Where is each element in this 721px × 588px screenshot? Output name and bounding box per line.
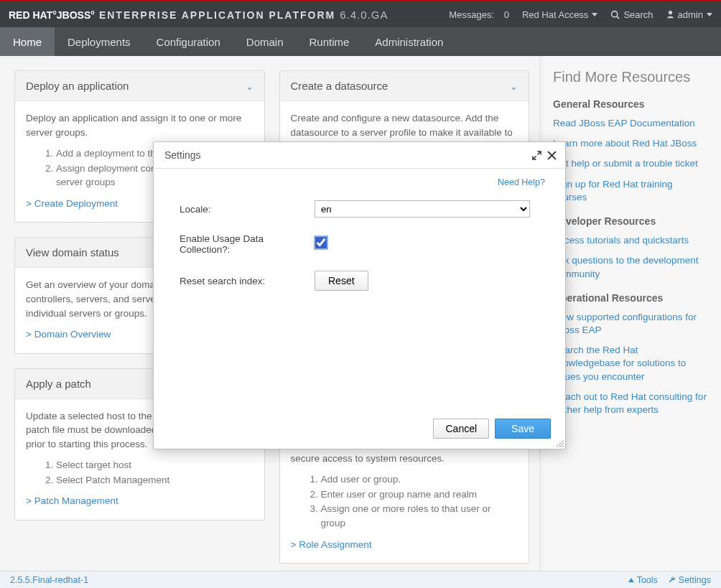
resize-handle[interactable] bbox=[554, 438, 564, 448]
save-button[interactable]: Save bbox=[495, 419, 551, 439]
need-help-link[interactable]: Need Help? bbox=[498, 177, 545, 187]
settings-dialog: Settings Need Help? Locale: en Enable Us… bbox=[153, 141, 566, 449]
locale-select[interactable]: en bbox=[315, 200, 530, 218]
svg-line-7 bbox=[562, 446, 564, 447]
maximize-icon[interactable] bbox=[532, 151, 541, 160]
reset-label: Reset search index: bbox=[180, 276, 315, 286]
modal-title: Settings bbox=[164, 149, 201, 161]
usage-checkbox[interactable] bbox=[315, 236, 327, 249]
locale-label: Locale: bbox=[180, 204, 315, 215]
usage-label: Enable Usage Data Collection?: bbox=[180, 233, 315, 255]
close-icon[interactable] bbox=[547, 151, 557, 160]
reset-button[interactable]: Reset bbox=[315, 271, 368, 291]
cancel-button[interactable]: Cancel bbox=[433, 419, 489, 439]
